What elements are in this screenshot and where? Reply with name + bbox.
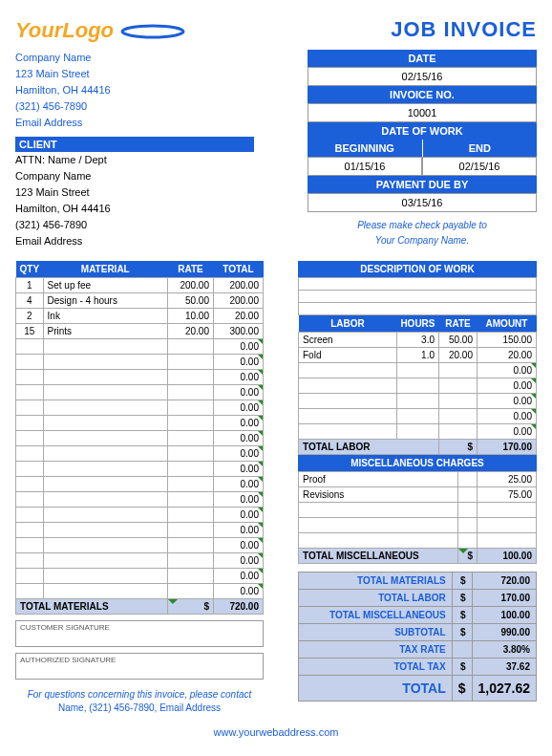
end-header: END [423,140,538,157]
material-row: 0.00 [16,477,264,492]
description-header: DESCRIPTION OF WORK [298,261,537,277]
sum-taxrate-label: TAX RATE [299,641,453,659]
website[interactable]: www.yourwebaddress.com [15,726,537,738]
client-info: ATTN: Name / Dept Company Name 123 Main … [15,152,254,249]
client-header: CLIENT [15,137,254,152]
description-box [298,277,537,315]
currency: $ [439,440,478,455]
client-phone: (321) 456-7890 [15,217,254,233]
sum-tax-label: TOTAL TAX [299,659,453,676]
materials-table: QTY MATERIAL RATE TOTAL 1Set up fee200.0… [15,261,264,615]
end-value: 02/15/16 [422,157,537,176]
labor-header: LABOR [299,315,397,333]
company-email: Email Address [15,115,254,131]
grand-total-value: 1,027.62 [472,676,537,702]
payable-note: Please make check payable to Your Compan… [308,218,537,248]
sum-tax-value: 37.62 [472,659,537,676]
material-row: 4Design - 4 hours50.00200.00 [16,293,264,309]
misc-row [299,503,537,518]
labor-total: 170.00 [478,440,537,455]
company-street: 123 Main Street [15,66,254,82]
company-info: Company Name 123 Main Street Hamilton, O… [15,50,254,131]
summary-table: TOTAL MATERIALS$720.00 TOTAL LABOR$170.0… [298,572,537,702]
qty-header: QTY [16,261,44,278]
material-row: 0.00 [16,339,264,355]
material-row: 0.00 [16,462,264,477]
labor-row: 0.00 [299,394,537,409]
material-row: 0.00 [16,538,264,553]
grand-total-label: TOTAL [299,676,453,702]
misc-total: 100.00 [478,549,537,564]
labor-rate-header: RATE [439,315,478,333]
svg-point-0 [122,26,183,37]
client-name: Company Name [15,168,254,184]
sum-misc-value: 100.00 [472,607,537,624]
page-title: JOB INVOICE [391,17,537,46]
misc-header: MISCELLANEOUS CHARGES [298,455,537,471]
material-row: 0.00 [16,355,264,370]
desc-line [299,278,537,291]
client-attn: ATTN: Name / Dept [15,152,254,168]
invoice-no-header: INVOICE NO. [308,86,537,103]
labor-row: 0.00 [299,409,537,424]
client-street: 123 Main Street [15,184,254,201]
sum-lab-value: 170.00 [472,590,537,607]
misc-row: Revisions75.00 [299,487,537,503]
misc-row [299,518,537,533]
material-row: 0.00 [16,523,264,538]
sum-mat-value: 720.00 [472,572,537,590]
contact-line2: Name, (321) 456-7890, Email Address [15,702,264,713]
date-header: DATE [308,50,537,67]
material-row: 0.00 [16,584,264,599]
misc-row: Proof25.00 [299,472,537,487]
misc-total-label: TOTAL MISCELLANEOUS [299,549,458,564]
logo: YourLogo [15,17,186,46]
currency: $ [458,549,478,564]
company-name: Company Name [15,50,254,66]
total-header: TOTAL [214,261,264,278]
customer-signature: CUSTOMER SIGNATURE [15,620,264,647]
date-of-work-header: DATE OF WORK [308,122,537,140]
company-phone: (321) 456-7890 [15,98,254,115]
material-row: 2Ink10.0020.00 [16,309,264,324]
beginning-header: BEGINNING [308,140,423,157]
labor-row: 0.00 [299,363,537,378]
contact-line1: For questions concerning this invoice, p… [15,689,264,700]
material-row: 0.00 [16,416,264,431]
labor-table: LABOR HOURS RATE AMOUNT Screen3.050.0015… [298,315,537,455]
labor-row: Fold1.020.0020.00 [299,348,537,363]
material-row: 0.00 [16,508,264,523]
currency: $ [168,599,214,615]
beginning-value: 01/15/16 [308,157,422,176]
labor-total-label: TOTAL LABOR [299,440,439,455]
desc-line [299,303,537,315]
client-email: Email Address [15,233,254,249]
sum-taxrate-value: 3.80% [472,641,537,659]
sum-lab-label: TOTAL LABOR [299,590,453,607]
misc-table: Proof25.00Revisions75.00 TOTAL MISCELLAN… [298,471,537,564]
material-row: 0.00 [16,370,264,385]
labor-row: 0.00 [299,378,537,394]
sum-sub-value: 990.00 [472,624,537,641]
authorized-signature: AUTHORIZED SIGNATURE [15,653,264,680]
material-row: 0.00 [16,553,264,569]
material-row: 0.00 [16,492,264,508]
material-header: MATERIAL [43,261,167,278]
material-row: 0.00 [16,385,264,400]
hours-header: HOURS [396,315,438,333]
rate-header: RATE [168,261,214,278]
invoice-no-value: 10001 [308,103,537,122]
labor-row: Screen3.050.00150.00 [299,333,537,348]
labor-row: 0.00 [299,424,537,440]
company-city: Hamilton, OH 44416 [15,82,254,98]
material-row: 0.00 [16,569,264,584]
misc-row [299,533,537,549]
material-row: 0.00 [16,431,264,446]
material-row: 0.00 [16,400,264,416]
date-value: 02/15/16 [308,67,537,86]
sum-misc-label: TOTAL MISCELLANEOUS [299,607,453,624]
material-row: 15Prints20.00300.00 [16,324,264,339]
material-row: 1Set up fee200.00200.00 [16,278,264,293]
material-row: 0.00 [16,446,264,462]
materials-total: 720.00 [214,599,264,615]
